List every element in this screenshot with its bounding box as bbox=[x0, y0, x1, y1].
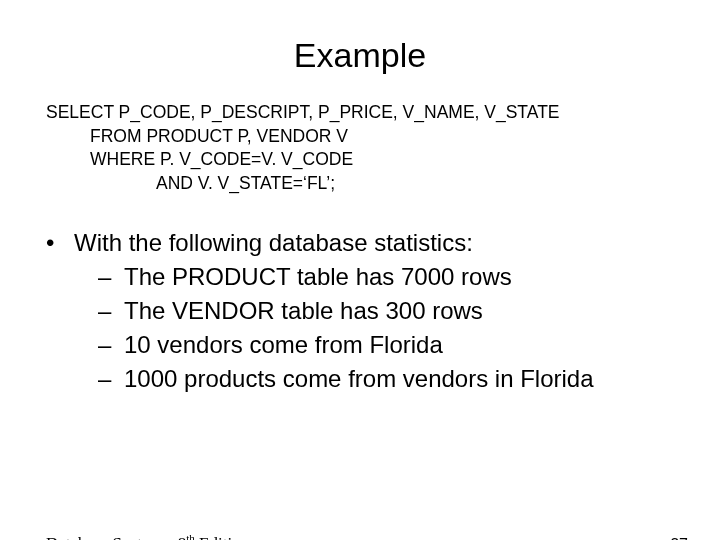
sql-line-2: FROM PRODUCT P, VENDOR V bbox=[90, 125, 680, 149]
footer-source-suffix: Edition bbox=[195, 534, 249, 540]
bullet-dot-icon: • bbox=[46, 226, 74, 260]
footer-source-sup: th bbox=[186, 532, 195, 540]
dash-icon: – bbox=[98, 294, 124, 328]
slide-title: Example bbox=[0, 36, 720, 75]
sub-bullet-text: The VENDOR table has 300 rows bbox=[124, 294, 483, 328]
sub-bullet-item: – 1000 products come from vendors in Flo… bbox=[98, 362, 690, 396]
dash-icon: – bbox=[98, 260, 124, 294]
bullet-top: • With the following database statistics… bbox=[46, 226, 690, 260]
footer-source: Database Systems, 8th Edition bbox=[46, 532, 249, 540]
bullet-top-text: With the following database statistics: bbox=[74, 226, 473, 260]
sub-bullet-item: – The VENDOR table has 300 rows bbox=[98, 294, 690, 328]
sub-bullet-text: The PRODUCT table has 7000 rows bbox=[124, 260, 512, 294]
sub-bullet-text: 1000 products come from vendors in Flori… bbox=[124, 362, 594, 396]
sub-bullet-text: 10 vendors come from Florida bbox=[124, 328, 443, 362]
sql-line-4: AND V. V_STATE=‘FL’; bbox=[156, 172, 680, 196]
sub-bullet-item: – The PRODUCT table has 7000 rows bbox=[98, 260, 690, 294]
page-number: 27 bbox=[670, 536, 688, 540]
sql-line-1: SELECT P_CODE, P_DESCRIPT, P_PRICE, V_NA… bbox=[46, 101, 680, 125]
dash-icon: – bbox=[98, 362, 124, 396]
footer-source-prefix: Database Systems, 8 bbox=[46, 534, 186, 540]
sub-bullet-item: – 10 vendors come from Florida bbox=[98, 328, 690, 362]
slide: Example SELECT P_CODE, P_DESCRIPT, P_PRI… bbox=[0, 36, 720, 540]
sub-bullet-list: – The PRODUCT table has 7000 rows – The … bbox=[98, 260, 690, 396]
sql-example: SELECT P_CODE, P_DESCRIPT, P_PRICE, V_NA… bbox=[46, 101, 680, 196]
sql-line-3: WHERE P. V_CODE=V. V_CODE bbox=[90, 148, 680, 172]
bullet-list: • With the following database statistics… bbox=[46, 226, 690, 396]
dash-icon: – bbox=[98, 328, 124, 362]
